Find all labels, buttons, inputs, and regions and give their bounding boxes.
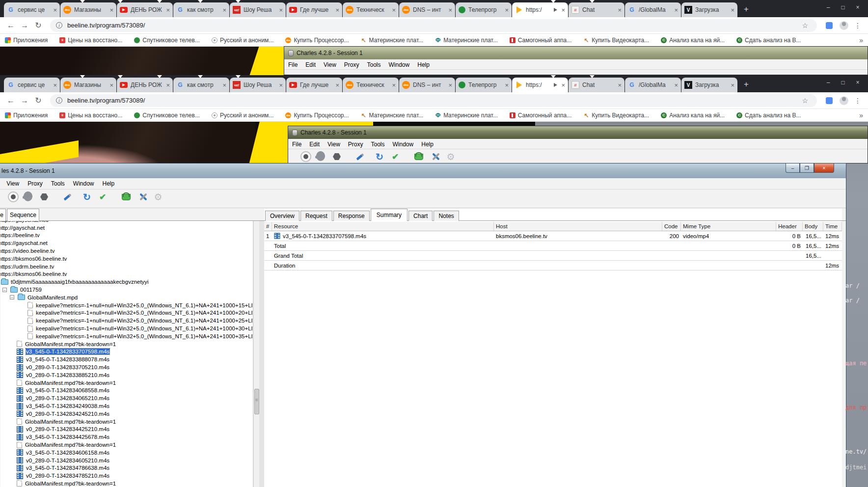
column-header[interactable]: Body	[803, 222, 823, 231]
compose-icon[interactable]	[62, 191, 73, 202]
column-header[interactable]: Mime Type	[681, 222, 776, 231]
tree-row[interactable]: v0_289-0-T-1342834065210.m4s	[0, 394, 253, 402]
column-header[interactable]: Host	[494, 222, 662, 231]
repeat-icon[interactable]: ↻	[81, 191, 92, 202]
tree-row[interactable]: keepalive?metrics=-1+null+null+Win32+5.0…	[0, 309, 253, 317]
tab-close-icon[interactable]: ×	[618, 82, 622, 88]
collapse-icon[interactable]: –	[10, 295, 14, 299]
tree-row[interactable]: GlobalManifest.mpd?bk-teardown=1	[0, 441, 253, 449]
menu-view[interactable]: View	[6, 180, 19, 187]
bookmark-item[interactable]: Русский и аноним...	[212, 37, 273, 44]
browser-tab[interactable]: https:/×	[512, 2, 568, 17]
compose-icon[interactable]	[354, 151, 365, 162]
tab-sequence[interactable]: Sequence	[7, 209, 39, 221]
tab-chart[interactable]: Chart	[408, 211, 433, 221]
maximize-button[interactable]: □	[836, 79, 850, 86]
settings-icon[interactable]: ⚙	[153, 191, 163, 202]
settings-icon[interactable]: ⚙	[445, 151, 456, 162]
bookmark-item[interactable]: Купить Видеокарта...	[583, 112, 649, 119]
address-bar[interactable]: i beeline.tv/program/573089/ ☆	[50, 94, 817, 107]
menu-help[interactable]: Help	[421, 141, 434, 148]
menu-edit[interactable]: Edit	[309, 141, 320, 148]
tab-close-icon[interactable]: ×	[392, 7, 396, 13]
tree-row[interactable]: v3_545-0-T-1342834786638.m4s	[0, 464, 253, 472]
back-icon[interactable]: ←	[4, 96, 18, 105]
tree-row[interactable]: keepalive?metrics=-1+null+null+Win32+5.0…	[0, 317, 253, 325]
menu-view[interactable]: View	[327, 141, 340, 148]
tab-close-icon[interactable]: ×	[279, 82, 283, 88]
tab-close-icon[interactable]: ×	[731, 7, 734, 13]
browser-tab[interactable]: Загрузка×	[681, 2, 737, 17]
browser-tab[interactable]: Техническ×	[343, 2, 399, 17]
browser-tab[interactable]: Где лучше×	[286, 78, 342, 92]
menu-help[interactable]: Help	[417, 61, 430, 68]
browser-tab[interactable]: DNS – инт×	[399, 2, 455, 17]
browser-tab[interactable]: сервис це×	[4, 2, 60, 17]
close-button[interactable]: ×	[814, 163, 834, 173]
browser-tab[interactable]: Chat×	[569, 78, 624, 92]
tab-close-icon[interactable]: ×	[166, 7, 170, 13]
new-tab-button[interactable]: +	[740, 78, 753, 91]
repeat-icon[interactable]: ↻	[374, 151, 385, 162]
browser-tab[interactable]: Шоу Реша×	[230, 78, 286, 92]
new-tab-button[interactable]: +	[740, 3, 753, 16]
table-row[interactable]: 1v3_545-0-T-1342833707598.m4sbksmos06.be…	[264, 231, 842, 241]
bookmark-star-icon[interactable]: ☆	[802, 22, 808, 29]
bookmark-item[interactable]: Русский и аноним...	[212, 112, 273, 119]
close-button[interactable]: ×	[850, 4, 865, 11]
page-info-icon[interactable]: i	[56, 22, 62, 28]
tree-row[interactable]: v0_289-0-T-1342834785210.m4s	[0, 472, 253, 480]
collapse-icon[interactable]: –	[2, 288, 7, 292]
restore-button[interactable]: ❐	[800, 163, 814, 173]
bookmark-item[interactable]: Купить Процессор...	[285, 112, 349, 119]
tab-close-icon[interactable]: ×	[674, 7, 678, 13]
title-bar[interactable]: Charles 4.2.8 - Session 1	[284, 47, 868, 59]
tree-row[interactable]: https://udrm.beeline.tv	[0, 263, 253, 271]
tab-close-icon[interactable]: ×	[505, 7, 509, 13]
tree-row[interactable]: v0_289-0-T-1342834425210.m4s	[0, 426, 253, 433]
bookmark-item[interactable]: Цены на восстано...	[59, 112, 122, 119]
scrollbar-thumb[interactable]	[254, 389, 259, 414]
table-row[interactable]: Total0 B16,5...12ms	[264, 241, 842, 251]
tab-close-icon[interactable]: ×	[505, 82, 509, 88]
tab-close-icon[interactable]: ×	[618, 7, 622, 13]
menu-tools[interactable]: Tools	[51, 180, 65, 187]
browser-tab[interactable]: Телепрогр×	[456, 78, 512, 92]
menu-window[interactable]: Window	[393, 141, 414, 148]
validate-icon[interactable]: ✔	[390, 151, 401, 162]
menu-edit[interactable]: Edit	[305, 61, 316, 68]
tree-row[interactable]: v3_545-0-T-1342834606158.m4s	[0, 449, 253, 457]
menu-file[interactable]: File	[288, 61, 298, 68]
browser-tab[interactable]: как смотр×	[173, 78, 229, 92]
menu-proxy[interactable]: Proxy	[348, 141, 363, 148]
browser-tab[interactable]: Техническ×	[343, 78, 399, 92]
tab-close-icon[interactable]: ×	[335, 82, 339, 88]
column-header[interactable]: Header	[776, 222, 803, 231]
browser-tab[interactable]: Где лучше×	[286, 2, 342, 17]
menu-tools[interactable]: Tools	[371, 141, 385, 148]
browser-tab[interactable]: Загрузка×	[681, 78, 737, 92]
shop-icon[interactable]	[413, 151, 424, 162]
tree-row[interactable]: v3_545-0-T-1342834249038.m4s	[0, 402, 253, 410]
minimize-button[interactable]: –	[821, 79, 836, 86]
extension-icon[interactable]	[826, 97, 833, 104]
column-header[interactable]: #	[264, 222, 272, 231]
menu-dots-icon[interactable]: ⋮	[854, 22, 861, 29]
minimize-button[interactable]: –	[821, 4, 836, 11]
browser-tab[interactable]: https:/×	[512, 78, 568, 92]
menu-proxy[interactable]: Proxy	[344, 61, 359, 68]
tree-row[interactable]: keepalive?metrics=-1+null+null+Win32+5.0…	[0, 301, 253, 309]
bookmark-item[interactable]: Цены на восстано...	[59, 37, 122, 44]
bookmark-item[interactable]: Сдать анализ на В...	[736, 37, 801, 44]
browser-tab[interactable]: ДЕНЬ РОЖ×	[117, 78, 173, 92]
menu-help[interactable]: Help	[103, 180, 115, 187]
breakpoints-icon[interactable]	[331, 151, 342, 162]
bookmarks-overflow-icon[interactable]: »	[859, 111, 863, 119]
menu-view[interactable]: View	[324, 61, 336, 68]
bookmark-item[interactable]: Материнские плат...	[361, 112, 424, 119]
reload-icon[interactable]: ↻	[31, 21, 45, 30]
bookmark-item[interactable]: Спутниковое телев...	[134, 112, 200, 119]
browser-tab[interactable]: сервис це×	[4, 78, 60, 92]
bookmark-item[interactable]: Приложения	[5, 37, 48, 44]
tab-structure[interactable]: re	[0, 209, 6, 221]
